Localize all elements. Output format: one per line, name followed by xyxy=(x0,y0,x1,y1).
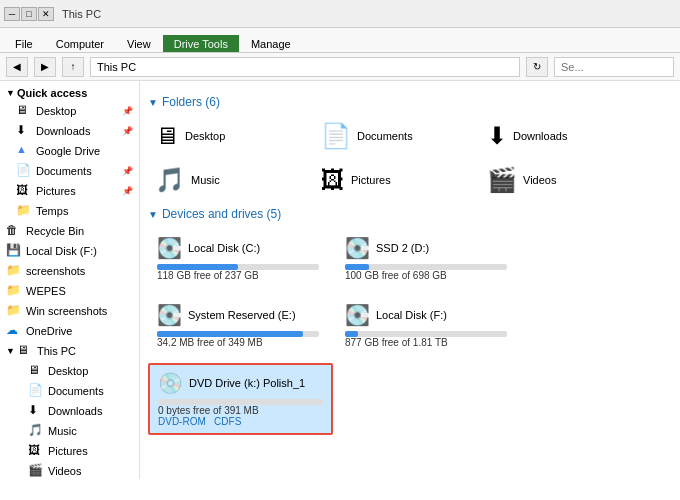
folders-section-header[interactable]: ▼ Folders (6) xyxy=(148,95,672,109)
title-bar: ─ □ ✕ This PC xyxy=(0,0,680,28)
address-input[interactable] xyxy=(90,57,520,77)
sidebar-label-thispc: This PC xyxy=(37,345,76,357)
sidebar-item-documents2[interactable]: 📄 Documents xyxy=(0,381,139,401)
sidebar-item-wepes[interactable]: 📁 WEPES xyxy=(0,281,139,301)
back-button[interactable]: ◀ xyxy=(6,57,28,77)
pictures2-icon: 🖼 xyxy=(28,443,44,459)
sidebar-label-downloads2: Downloads xyxy=(48,405,102,417)
sidebar-item-winss[interactable]: 📁 Win screenshots xyxy=(0,301,139,321)
folders-grid: 🖥 Desktop 📄 Documents ⬇ Downloads 🎵 Musi… xyxy=(148,117,672,199)
title-bar-controls[interactable]: ─ □ ✕ xyxy=(4,7,54,21)
sidebar-item-googledrive[interactable]: ▲ Google Drive xyxy=(0,141,139,161)
sidebar-label-music: Music xyxy=(48,425,77,437)
folder-desktop[interactable]: 🖥 Desktop xyxy=(148,117,308,155)
wepes-icon: 📁 xyxy=(6,283,22,299)
sidebar-item-downloads2[interactable]: ⬇ Downloads xyxy=(0,401,139,421)
sidebar-label-googledrive: Google Drive xyxy=(36,145,100,157)
up-button[interactable]: ↑ xyxy=(62,57,84,77)
main-layout: ▼ Quick access 🖥 Desktop 📌 ⬇ Downloads 📌… xyxy=(0,81,680,479)
folder-documents-icon: 📄 xyxy=(321,122,351,150)
folder-documents[interactable]: 📄 Documents xyxy=(314,117,474,155)
sidebar-item-music[interactable]: 🎵 Music xyxy=(0,421,139,441)
folder-documents-label: Documents xyxy=(357,130,413,142)
googledrive-icon: ▲ xyxy=(16,143,32,159)
desktop-icon: 🖥 xyxy=(16,103,32,119)
drive-k-top: 💿 DVD Drive (k:) Polish_1 xyxy=(158,371,323,395)
pin-icon4: 📌 xyxy=(122,186,133,196)
sidebar-label-localf: Local Disk (F:) xyxy=(26,245,97,257)
folder-videos-icon: 🎬 xyxy=(487,166,517,194)
content-area: ▼ Folders (6) 🖥 Desktop 📄 Documents ⬇ Do… xyxy=(140,81,680,479)
tab-manage[interactable]: Manage xyxy=(240,35,302,52)
title-text: This PC xyxy=(62,8,101,20)
quick-access-label: Quick access xyxy=(17,87,87,99)
address-bar: ◀ ▶ ↑ ↻ xyxy=(0,53,680,81)
sidebar-label-pictures: Pictures xyxy=(36,185,76,197)
sidebar-label-recycle: Recycle Bin xyxy=(26,225,84,237)
folders-section-label: Folders (6) xyxy=(162,95,220,109)
sidebar-label-desktop2: Desktop xyxy=(48,365,88,377)
drive-d-name: SSD 2 (D:) xyxy=(376,242,429,254)
drive-d-top: 💽 SSD 2 (D:) xyxy=(345,236,507,260)
sidebar-quick-access-header[interactable]: ▼ Quick access xyxy=(0,85,139,101)
drive-sys-e[interactable]: 💽 System Reserved (E:) 34.2 MB free of 3… xyxy=(148,296,328,355)
recycle-icon: 🗑 xyxy=(6,223,22,239)
folder-desktop-label: Desktop xyxy=(185,130,225,142)
onedrive-icon: ☁ xyxy=(6,323,22,339)
drives-section-header[interactable]: ▼ Devices and drives (5) xyxy=(148,207,672,221)
sidebar-item-desktop[interactable]: 🖥 Desktop 📌 xyxy=(0,101,139,121)
drive-e-top: 💽 System Reserved (E:) xyxy=(157,303,319,327)
documents2-icon: 📄 xyxy=(28,383,44,399)
sidebar-label-winss: Win screenshots xyxy=(26,305,107,317)
quick-access-chevron: ▼ xyxy=(6,88,15,98)
tab-file[interactable]: File xyxy=(4,35,44,52)
folder-pictures-label: Pictures xyxy=(351,174,391,186)
drive-local-f[interactable]: 💽 Local Disk (F:) 877 GB free of 1.81 TB xyxy=(336,296,516,355)
tab-computer[interactable]: Computer xyxy=(45,35,115,52)
sidebar-item-desktop2[interactable]: 🖥 Desktop xyxy=(0,361,139,381)
drive-d-icon: 💽 xyxy=(345,236,370,260)
minimize-button[interactable]: ─ xyxy=(4,7,20,21)
sidebar-item-pictures2[interactable]: 🖼 Pictures xyxy=(0,441,139,461)
search-input[interactable] xyxy=(554,57,674,77)
sidebar-item-screenshots[interactable]: 📁 screenshots xyxy=(0,261,139,281)
folders-chevron: ▼ xyxy=(148,97,158,108)
sidebar-label-videos: Videos xyxy=(48,465,81,477)
sidebar-item-localf[interactable]: 💾 Local Disk (F:) xyxy=(0,241,139,261)
folder-pictures[interactable]: 🖼 Pictures xyxy=(314,161,474,199)
sidebar-item-thispc[interactable]: ▼ 🖥 This PC xyxy=(0,341,139,361)
sidebar-label-screenshots: screenshots xyxy=(26,265,85,277)
folder-videos[interactable]: 🎬 Videos xyxy=(480,161,640,199)
documents-icon: 📄 xyxy=(16,163,32,179)
maximize-button[interactable]: □ xyxy=(21,7,37,21)
sidebar-item-recycle[interactable]: 🗑 Recycle Bin xyxy=(0,221,139,241)
drives-grid: 💽 Local Disk (C:) 118 GB free of 237 GB … xyxy=(148,229,672,435)
folder-downloads[interactable]: ⬇ Downloads xyxy=(480,117,640,155)
temps-icon: 📁 xyxy=(16,203,32,219)
tab-view[interactable]: View xyxy=(116,35,162,52)
localf-icon: 💾 xyxy=(6,243,22,259)
folder-music[interactable]: 🎵 Music xyxy=(148,161,308,199)
sidebar-item-temps[interactable]: 📁 Temps xyxy=(0,201,139,221)
pictures-icon: 🖼 xyxy=(16,183,32,199)
drive-e-icon: 💽 xyxy=(157,303,182,327)
sidebar-item-onedrive[interactable]: ☁ OneDrive xyxy=(0,321,139,341)
forward-button[interactable]: ▶ xyxy=(34,57,56,77)
videos-icon: 🎬 xyxy=(28,463,44,479)
sidebar-item-pictures[interactable]: 🖼 Pictures 📌 xyxy=(0,181,139,201)
drive-f-top: 💽 Local Disk (F:) xyxy=(345,303,507,327)
sidebar-item-videos[interactable]: 🎬 Videos xyxy=(0,461,139,479)
drive-dvd-k[interactable]: 💿 DVD Drive (k:) Polish_1 0 bytes free o… xyxy=(148,363,333,435)
sidebar-item-documents[interactable]: 📄 Documents 📌 xyxy=(0,161,139,181)
drive-e-free: 34.2 MB free of 349 MB xyxy=(157,337,319,348)
refresh-button[interactable]: ↻ xyxy=(526,57,548,77)
close-button[interactable]: ✕ xyxy=(38,7,54,21)
drive-local-c[interactable]: 💽 Local Disk (C:) 118 GB free of 237 GB xyxy=(148,229,328,288)
drive-ssd-d[interactable]: 💽 SSD 2 (D:) 100 GB free of 698 GB xyxy=(336,229,516,288)
downloads-icon: ⬇ xyxy=(16,123,32,139)
thispc-icon: 🖥 xyxy=(17,343,33,359)
tab-drive-tools[interactable]: Drive Tools xyxy=(163,35,239,52)
screenshots-icon: 📁 xyxy=(6,263,22,279)
sidebar-item-downloads[interactable]: ⬇ Downloads 📌 xyxy=(0,121,139,141)
sidebar-label-desktop: Desktop xyxy=(36,105,76,117)
